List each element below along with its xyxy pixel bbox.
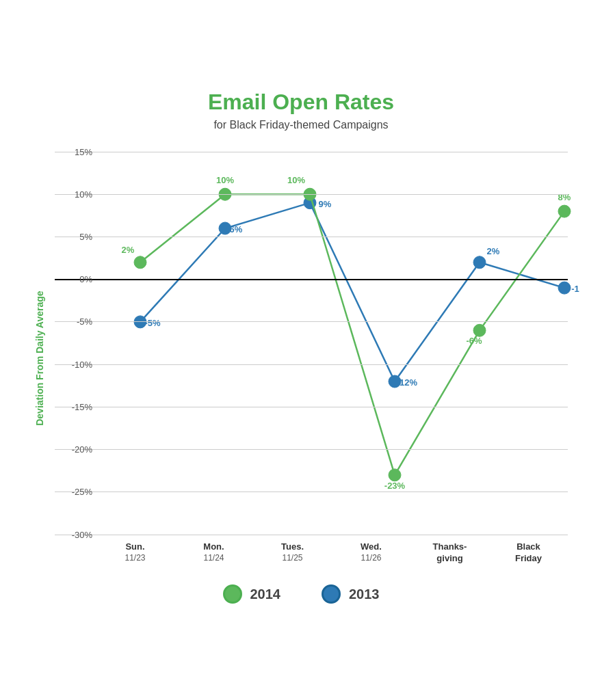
y-tick--15: -15% bbox=[55, 401, 92, 412]
chart-inner: -5%6%9%12%2%-12%10%10%-23%-6%8% 15%10%5%… bbox=[55, 152, 568, 565]
data-point-2014-5 bbox=[558, 205, 571, 217]
data-label-2013-5: -1 bbox=[571, 284, 579, 294]
line-chart: -5%6%9%12%2%-12%10%10%-23%-6%8% bbox=[96, 152, 602, 535]
data-label-2013-3: 12% bbox=[400, 377, 417, 388]
data-point-2014-0 bbox=[134, 256, 146, 268]
data-point-2014-4 bbox=[473, 324, 486, 336]
grid-line--5 bbox=[55, 321, 568, 322]
x-tick-3: Wed.11/26 bbox=[332, 541, 410, 565]
grid-line--30 bbox=[55, 535, 568, 535]
grid-line--20 bbox=[55, 449, 568, 450]
data-point-2013-4 bbox=[473, 256, 486, 268]
x-tick-5: BlackFriday bbox=[489, 541, 568, 565]
x-tick-2: Tues.11/25 bbox=[253, 541, 332, 565]
x-axis: Sun.11/23Mon.11/24Tues.11/25Wed.11/26Tha… bbox=[96, 541, 568, 565]
data-label-2014-4: -6% bbox=[466, 336, 482, 346]
y-tick--30: -30% bbox=[55, 529, 92, 539]
grid-line-15 bbox=[55, 152, 568, 152]
chart-title: Email Open Rates bbox=[34, 90, 568, 115]
data-label-2013-0: -5% bbox=[144, 317, 161, 327]
series-line-2013 bbox=[140, 202, 564, 381]
legend: 2014 2013 bbox=[34, 584, 568, 604]
y-tick-5: 5% bbox=[55, 232, 92, 242]
grid-line--15 bbox=[55, 407, 568, 407]
y-tick-15: 15% bbox=[55, 146, 92, 157]
legend-label-2014: 2014 bbox=[250, 587, 281, 602]
grid-line-5 bbox=[55, 237, 568, 237]
y-tick--20: -20% bbox=[55, 444, 92, 455]
y-tick--25: -25% bbox=[55, 487, 92, 497]
data-label-2014-0: 2% bbox=[122, 244, 135, 254]
data-label-2013-1: 6% bbox=[230, 224, 243, 234]
y-tick-10: 10% bbox=[55, 189, 92, 199]
data-point-2013-5 bbox=[558, 282, 571, 294]
chart-container: Email Open Rates for Black Friday-themed… bbox=[21, 69, 581, 632]
legend-label-2013: 2013 bbox=[349, 587, 380, 602]
y-axis-label: Deviation From Daily Average bbox=[34, 152, 55, 565]
data-label-2013-4: 2% bbox=[487, 245, 500, 256]
data-label-2013-2: 9% bbox=[319, 198, 332, 208]
grid-line--10 bbox=[55, 364, 568, 365]
x-tick-4: Thanks-giving bbox=[410, 541, 489, 565]
data-label-2014-3: -23% bbox=[384, 480, 406, 490]
data-label-2014-1: 10% bbox=[216, 175, 234, 185]
legend-dot-2014 bbox=[223, 584, 242, 604]
legend-dot-2013 bbox=[322, 584, 341, 604]
y-tick--5: -5% bbox=[55, 317, 92, 327]
x-tick-1: Mon.11/24 bbox=[174, 541, 253, 565]
y-tick-0: 0% bbox=[55, 274, 92, 284]
x-tick-0: Sun.11/23 bbox=[96, 541, 174, 565]
data-point-2014-3 bbox=[389, 468, 401, 481]
grid-line--25 bbox=[55, 492, 568, 492]
chart-area: Deviation From Daily Average -5%6%9%12%2… bbox=[34, 152, 568, 565]
legend-item-2014: 2014 bbox=[223, 584, 281, 604]
grid-line-0 bbox=[55, 279, 568, 280]
data-label-2014-2: 10% bbox=[287, 175, 305, 185]
y-tick--10: -10% bbox=[55, 359, 92, 369]
chart-subtitle: for Black Friday-themed Campaigns bbox=[34, 119, 568, 131]
grid-and-plot: -5%6%9%12%2%-12%10%10%-23%-6%8% 15%10%5%… bbox=[55, 152, 568, 535]
grid-line-10 bbox=[55, 194, 568, 195]
legend-item-2013: 2013 bbox=[322, 584, 380, 604]
